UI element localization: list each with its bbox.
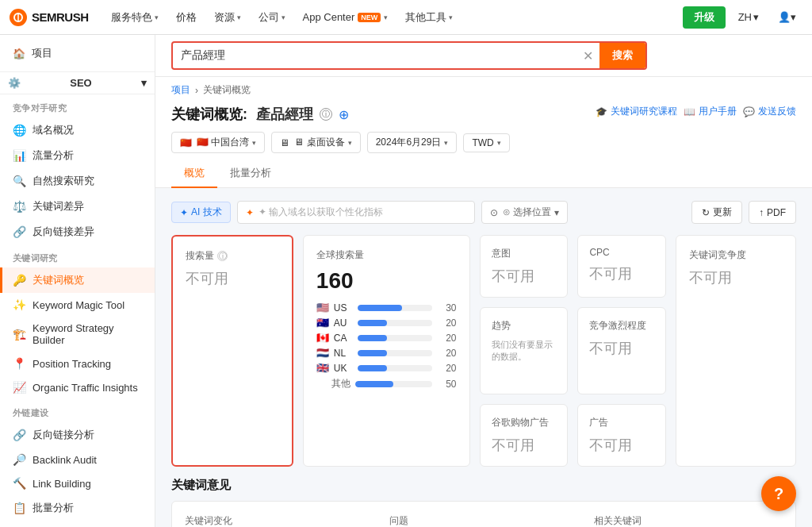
- date-filter[interactable]: 2024年6月29日 ▾: [367, 132, 458, 153]
- othertools-arrow-icon: ▾: [449, 13, 453, 21]
- country-filter[interactable]: 🇨🇳 🇨🇳 中国台湾 ▾: [171, 132, 265, 153]
- user-manual-link[interactable]: 📖 用户手册: [684, 105, 737, 118]
- toolbar-right-actions: ↻ 更新 ↑ PDF: [691, 201, 796, 224]
- insights-icon: 📈: [13, 381, 26, 394]
- ads-value: 不可用: [589, 436, 654, 455]
- title-info-icon[interactable]: ⓘ: [320, 108, 332, 121]
- location-filter[interactable]: ⊙ ⊙ 选择位置 ▾: [481, 201, 568, 224]
- add-keyword-icon[interactable]: ⊕: [339, 107, 349, 122]
- seo-expand-icon: ▾: [141, 77, 147, 89]
- help-button[interactable]: ?: [761, 476, 796, 511]
- breadcrumb: 项目 › 关键词概览: [171, 83, 796, 97]
- sidebar-group3-header: 外链建设: [0, 399, 155, 422]
- kw-course-link[interactable]: 🎓 关键词研究课程: [596, 105, 677, 118]
- ads-label: 广告: [589, 416, 654, 429]
- sidebar-item-bulk-analysis[interactable]: 📋 批量分析: [0, 495, 155, 521]
- project-icon: 🏠: [13, 48, 25, 60]
- bl-audit-icon: 🔎: [13, 453, 26, 466]
- nav-company[interactable]: 公司 ▾: [251, 6, 293, 29]
- country-row-ca: 🇨🇦 CA 20: [316, 332, 457, 344]
- search-clear-button[interactable]: ✕: [576, 48, 599, 63]
- sidebar-item-domain[interactable]: 🌐 域名概况: [0, 117, 155, 143]
- competition-value: 不可用: [689, 268, 783, 287]
- sidebar-top: 🏠 项目: [0, 35, 155, 72]
- ads-card: 广告 不可用: [577, 404, 666, 467]
- country-row-au: 🇦🇺 AU 20: [316, 317, 457, 329]
- ads-row: 谷歌购物广告 不可用 广告 不可用: [480, 404, 667, 467]
- cpc-value: 不可用: [589, 264, 654, 283]
- search-input[interactable]: [173, 44, 576, 67]
- sidebar-item-backlink-audit[interactable]: 🔎 Backlink Audit: [0, 448, 155, 471]
- currency-filter[interactable]: TWD ▾: [463, 133, 509, 152]
- ca-bar: [358, 335, 432, 341]
- upgrade-button[interactable]: 升级: [683, 6, 726, 29]
- nav-resources[interactable]: 资源 ▾: [206, 6, 249, 29]
- sidebar-item-backlink-gap[interactable]: 🔗 反向链接差异: [0, 219, 155, 244]
- device-arrow-icon: ▾: [348, 139, 352, 147]
- refresh-button[interactable]: ↻ 更新: [691, 201, 742, 224]
- au-flag-icon: 🇦🇺: [316, 317, 329, 329]
- company-arrow-icon: ▾: [282, 13, 285, 21]
- pdf-button[interactable]: ↑ PDF: [749, 201, 796, 224]
- feedback-link[interactable]: 💬 发送反馈: [743, 105, 796, 118]
- keyword-ideas-title: 关键词意见: [171, 478, 796, 493]
- uk-bar: [358, 365, 432, 371]
- ai-input[interactable]: ✦ ✦ 输入域名以获取个性化指标: [237, 201, 475, 224]
- global-volume-card: 全球搜索量 160 🇺🇸 US 30 🇦🇺 AU: [303, 235, 470, 467]
- domain-icon: 🌐: [13, 124, 26, 137]
- country-filter-arrow: ▾: [252, 139, 256, 147]
- page-title-area: 关键词概览: 產品經理 ⓘ ⊕: [171, 105, 349, 124]
- cpc-card: CPC 不可用: [577, 235, 666, 298]
- ai-badge[interactable]: ✦ AI 技术: [171, 202, 231, 223]
- location-icon: ⊙: [490, 207, 498, 218]
- ai-star-icon: ✦: [246, 207, 254, 218]
- sidebar-item-organic[interactable]: 🔍 自然搜索研究: [0, 168, 155, 194]
- search-volume-card: 搜索量 ⓘ 不可用: [171, 235, 293, 467]
- position-icon: 📍: [13, 357, 26, 370]
- sidebar-seo-toggle[interactable]: ⚙️ SEO ▾: [0, 72, 155, 94]
- sidebar-item-kw-gap[interactable]: ⚖️ 关键词差异: [0, 194, 155, 219]
- sidebar-item-link-building[interactable]: 🔨 Link Building: [0, 471, 155, 495]
- logo[interactable]: SEMRUSH: [10, 9, 89, 26]
- search-box: ✕ 搜索: [171, 41, 647, 70]
- page-title: 关键词概览: 產品經理: [171, 105, 313, 124]
- sidebar-item-position-tracking[interactable]: 📍 Position Tracking: [0, 352, 155, 375]
- nav-app-center[interactable]: App Center NEW ▾: [295, 6, 396, 28]
- global-volume-value: 160: [316, 268, 457, 294]
- competitive-density-card: 竞争激烈程度 不可用: [577, 307, 666, 394]
- location-arrow-icon: ▾: [554, 207, 559, 218]
- bulk-icon: 📋: [13, 502, 26, 514]
- ai-icon: ✦: [180, 207, 188, 218]
- intent-cpc-row: 意图 不可用 CPC 不可用: [480, 235, 667, 298]
- device-filter[interactable]: 🖥 🖥 桌面设备 ▾: [271, 132, 360, 153]
- search-button[interactable]: 搜索: [599, 43, 645, 68]
- nav-other-tools[interactable]: 其他工具 ▾: [397, 6, 461, 29]
- intent-label: 意图: [492, 247, 557, 260]
- search-volume-label: 搜索量 ⓘ: [186, 249, 279, 263]
- country-rows: 🇺🇸 US 30 🇦🇺 AU 20 🇨🇦: [316, 302, 457, 390]
- breadcrumb-project[interactable]: 项目: [171, 83, 190, 97]
- sidebar-item-kw-magic[interactable]: ✨ Keyword Magic Tool: [0, 293, 155, 317]
- kwgap-icon: ⚖️: [13, 200, 26, 213]
- breadcrumb-current: 关键词概览: [203, 83, 251, 97]
- logo-icon: [10, 9, 27, 26]
- sv-info-icon[interactable]: ⓘ: [217, 251, 228, 261]
- sidebar-item-backlink-analysis[interactable]: 🔗 反向链接分析: [0, 422, 155, 448]
- breadcrumb-sep: ›: [195, 85, 198, 96]
- course-icon: 🎓: [596, 106, 607, 117]
- user-menu[interactable]: 👤▾: [772, 7, 802, 27]
- sidebar-item-kw-strategy[interactable]: 🏗️ Keyword Strategy Builder: [0, 317, 155, 352]
- seo-gear-icon: ⚙️: [8, 77, 21, 89]
- nav-pricing[interactable]: 价格: [168, 6, 205, 29]
- sidebar-item-traffic[interactable]: 📊 流量分析: [0, 143, 155, 168]
- language-selector[interactable]: ZH ▾: [732, 7, 765, 27]
- nav-features[interactable]: 服务特色 ▾: [103, 6, 167, 29]
- tab-overview[interactable]: 概览: [171, 160, 217, 188]
- country-row-nl: 🇳🇱 NL 20: [316, 347, 457, 359]
- sidebar-item-project[interactable]: 🏠 项目: [6, 41, 148, 65]
- sidebar-item-organic-insights[interactable]: 📈 Organic Traffic Insights: [0, 375, 155, 399]
- link-build-icon: 🔨: [13, 477, 26, 490]
- content-area: ✦ AI 技术 ✦ ✦ 输入域名以获取个性化指标 ⊙ ⊙ 选择位置 ▾ ↻ 更新: [155, 188, 812, 527]
- tab-bulk[interactable]: 批量分析: [217, 160, 284, 188]
- sidebar-item-kw-overview[interactable]: 🔑 关键词概览: [0, 267, 155, 293]
